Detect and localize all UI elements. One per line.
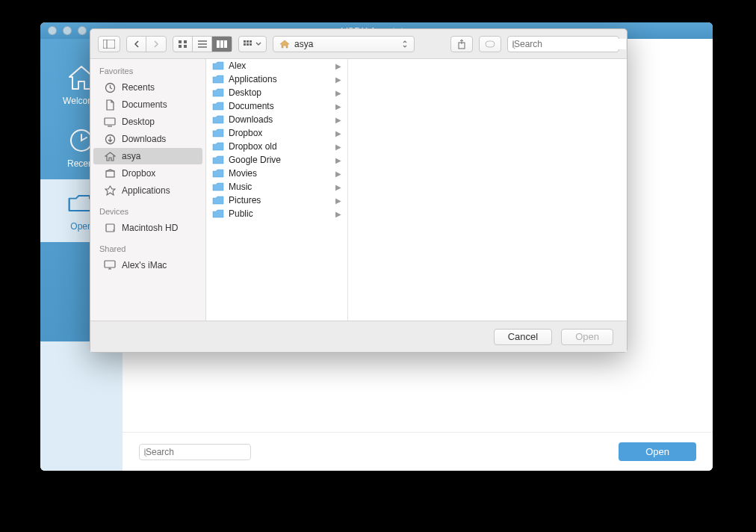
chevron-right-icon: ▶ xyxy=(335,129,341,137)
dialog-toolbar: asya xyxy=(90,29,627,59)
dialog-column-2[interactable] xyxy=(348,59,627,321)
list-item[interactable]: Dropbox▶ xyxy=(206,126,347,140)
list-item[interactable]: Downloads▶ xyxy=(206,113,347,126)
list-item[interactable]: Movies▶ xyxy=(206,167,347,180)
svg-rect-25 xyxy=(106,171,114,177)
sidebar-row[interactable]: Documents xyxy=(93,96,202,113)
svg-rect-3 xyxy=(179,40,182,43)
view-list-button[interactable] xyxy=(193,37,212,52)
list-item-label: Public xyxy=(229,208,253,219)
bottom-bar: Open xyxy=(123,432,713,471)
folder-icon xyxy=(212,102,224,111)
sidebar-row[interactable]: Downloads xyxy=(93,131,202,147)
folder-icon xyxy=(212,142,224,151)
svg-rect-22 xyxy=(105,118,115,125)
sidebar-row-label: asya xyxy=(122,151,140,161)
folder-icon xyxy=(212,115,224,124)
sidebar-row-label: Macintosh HD xyxy=(122,223,178,233)
folder-icon xyxy=(212,129,224,137)
sidebar-row-label: Recents xyxy=(122,82,155,93)
view-columns-button[interactable] xyxy=(212,37,232,52)
traffic-minimize[interactable] xyxy=(63,26,72,35)
svg-rect-5 xyxy=(179,45,182,48)
chevron-right-icon: ▶ xyxy=(335,210,341,218)
dialog-search[interactable] xyxy=(507,36,619,52)
forward-button[interactable] xyxy=(146,37,166,52)
imac-icon xyxy=(104,260,116,270)
sidebar-row[interactable]: Macintosh HD xyxy=(93,220,202,236)
chevron-right-icon: ▶ xyxy=(335,75,341,84)
dialog-search-input[interactable] xyxy=(514,39,626,49)
bottom-search-input[interactable] xyxy=(146,447,258,457)
chevron-updown-icon xyxy=(402,40,408,49)
home-icon xyxy=(104,151,116,161)
view-icons-button[interactable] xyxy=(173,37,193,52)
sidebar-row[interactable]: Alex's iMac xyxy=(93,257,202,273)
folder-icon xyxy=(212,75,224,84)
list-item[interactable]: Public▶ xyxy=(206,207,347,220)
sidebar-row[interactable]: Dropbox xyxy=(93,165,202,182)
grid-icon xyxy=(244,40,252,48)
dialog-column-1[interactable]: Alex▶Applications▶Desktop▶Documents▶Down… xyxy=(206,59,348,321)
traffic-zoom[interactable] xyxy=(78,26,87,35)
sidebar-row[interactable]: Applications xyxy=(93,182,202,199)
list-item[interactable]: Applications▶ xyxy=(206,72,347,86)
sidebar-toggle-button[interactable] xyxy=(98,36,120,52)
chevron-right-icon: ▶ xyxy=(335,62,341,70)
open-button[interactable]: Open xyxy=(561,329,613,345)
sidebar-row-label: Desktop xyxy=(122,117,155,127)
list-item[interactable]: Alex▶ xyxy=(206,59,347,72)
arrange-group[interactable] xyxy=(238,36,267,52)
search-icon xyxy=(512,40,514,48)
svg-rect-16 xyxy=(244,43,246,46)
chevron-right-icon: ▶ xyxy=(335,183,341,191)
back-button[interactable] xyxy=(127,37,146,52)
sidebar-row-label: Dropbox xyxy=(122,168,155,179)
list-item-label: Documents xyxy=(229,101,274,111)
share-button[interactable] xyxy=(450,36,473,52)
tags-button[interactable] xyxy=(479,36,501,52)
dialog-sidebar[interactable]: FavoritesRecentsDocumentsDesktopDownload… xyxy=(90,59,206,321)
sidebar-section-header: Shared xyxy=(90,237,205,256)
svg-rect-12 xyxy=(224,40,227,48)
view-mode-group xyxy=(173,36,232,52)
folder-icon xyxy=(212,61,224,70)
list-item-label: Applications xyxy=(229,74,277,84)
folder-icon xyxy=(212,209,224,218)
open-dialog: asya FavoritesRecentsDocumentsDesktopDow… xyxy=(90,28,628,353)
svg-rect-4 xyxy=(184,40,187,43)
documents-icon xyxy=(104,99,116,110)
sidebar-row[interactable]: asya xyxy=(93,148,202,164)
list-item[interactable]: Pictures▶ xyxy=(206,194,347,207)
list-item[interactable]: Documents▶ xyxy=(206,99,347,113)
chevron-right-icon: ▶ xyxy=(335,197,341,205)
list-item[interactable]: Desktop▶ xyxy=(206,86,347,99)
folder-icon xyxy=(212,88,224,97)
svg-rect-10 xyxy=(217,40,220,48)
chevron-right-icon: ▶ xyxy=(335,116,341,124)
bottom-search[interactable] xyxy=(139,444,251,460)
apps-icon xyxy=(104,185,116,196)
folder-icon xyxy=(212,169,224,178)
list-item-label: Pictures xyxy=(229,195,261,205)
sidebar-row[interactable]: Desktop xyxy=(93,114,202,130)
list-item-label: Downloads xyxy=(229,114,273,125)
list-item-label: Google Drive xyxy=(229,155,281,165)
path-label: asya xyxy=(294,39,313,49)
path-dropdown[interactable]: asya xyxy=(273,36,415,52)
svg-rect-28 xyxy=(105,261,115,267)
sidebar-row[interactable]: Recents xyxy=(93,79,202,96)
list-item-label: Dropbox old xyxy=(229,141,277,152)
svg-rect-6 xyxy=(184,45,187,48)
cancel-button[interactable]: Cancel xyxy=(494,329,552,345)
chevron-right-icon: ▶ xyxy=(335,102,341,111)
list-item[interactable]: Music▶ xyxy=(206,180,347,194)
search-icon xyxy=(144,448,146,456)
chevron-right-icon: ▶ xyxy=(335,143,341,151)
list-item[interactable]: Google Drive▶ xyxy=(206,153,347,167)
svg-rect-18 xyxy=(250,43,252,46)
traffic-close[interactable] xyxy=(48,26,57,35)
list-item[interactable]: Dropbox old▶ xyxy=(206,140,347,153)
open-button-bottom[interactable]: Open xyxy=(619,442,696,461)
chevron-right-icon: ▶ xyxy=(335,156,341,164)
